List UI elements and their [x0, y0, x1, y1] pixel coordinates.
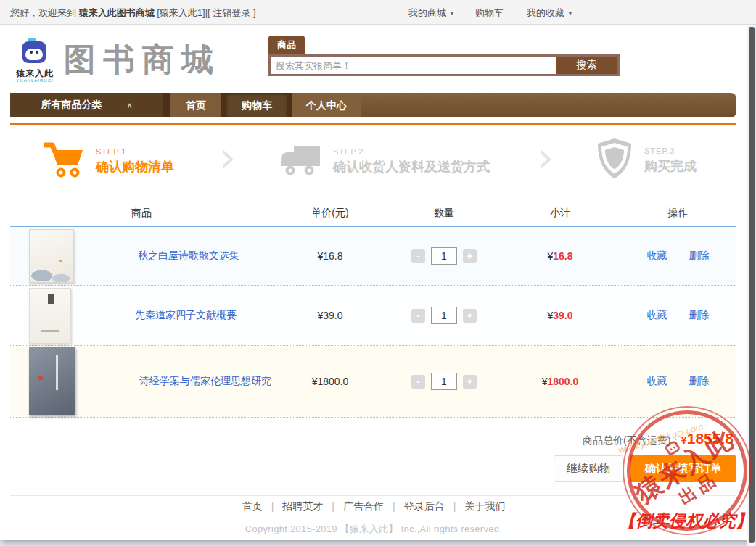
my-mall-label: 我的商城 — [408, 7, 446, 18]
welcome-text: 您好，欢迎来到 猿来入此图书商城 [猿来入此1]|[ 注销登录 ] — [10, 7, 256, 20]
user-badge: [猿来入此1]| — [155, 7, 208, 18]
qty-input[interactable] — [431, 373, 457, 390]
tab-home[interactable]: 首页 — [170, 93, 221, 117]
main-nav: 所有商品分类 ∧ 首页 购物车 个人中心 — [10, 93, 736, 117]
subtotal-cell: ¥1800.0 — [501, 376, 620, 387]
logo-eyes — [30, 51, 38, 54]
search-box: 搜索 — [268, 54, 620, 76]
footer-link-jobs[interactable]: 招聘英才 — [282, 500, 323, 512]
search-button[interactable]: 搜索 — [556, 57, 617, 74]
actions-cell: 收藏 删除 — [620, 309, 736, 322]
col-actions: 操作 — [620, 207, 736, 220]
favorites-menu[interactable]: 我的收藏▼ — [527, 7, 573, 20]
logout-link[interactable]: [ 注销登录 ] — [208, 7, 255, 18]
col-product: 商品 — [10, 207, 273, 220]
separator: | — [393, 500, 395, 512]
qty-input[interactable] — [431, 247, 457, 265]
unit-price: ¥1800.0 — [273, 376, 387, 387]
caret-up-icon: ∧ — [126, 101, 132, 110]
footer-link-ads[interactable]: 广告合作 — [343, 500, 384, 512]
search-category-tab[interactable]: 商品 — [268, 36, 305, 54]
tab-cart[interactable]: 购物车 — [226, 93, 287, 117]
subtotal-cell: ¥16.8 — [501, 250, 620, 262]
chevron-right-icon: › — [219, 133, 236, 182]
qty-input[interactable] — [431, 307, 457, 324]
caret-down-icon: ▼ — [567, 10, 573, 17]
step-1: STEP.1 确认购物清单 — [44, 141, 174, 181]
qty-minus-button[interactable]: - — [411, 249, 425, 263]
product-title-link[interactable]: 秋之白屋诗歌散文选集 — [138, 249, 239, 262]
truck-icon — [279, 143, 321, 179]
delete-link[interactable]: 删除 — [689, 375, 709, 386]
step-2-text: STEP.2 确认收货人资料及送货方式 — [333, 147, 490, 175]
footer-link-admin[interactable]: 登录后台 — [404, 500, 445, 512]
subtotal-value: 39.0 — [553, 310, 572, 321]
search-input[interactable] — [271, 57, 556, 74]
qty-plus-button[interactable]: + — [463, 249, 477, 263]
product-cell: 秋之白屋诗歌散文选集 — [10, 229, 273, 283]
topbar-menu: 我的商城▼ 购物车 我的收藏▼ — [408, 7, 573, 20]
quantity-stepper: - + — [387, 373, 501, 390]
footer-link-about[interactable]: 关于我们 — [464, 500, 505, 512]
greeting-text: 您好，欢迎来到 — [10, 7, 79, 18]
step-label: 购买完成 — [644, 157, 697, 175]
page-title: 图书商城 — [64, 38, 221, 81]
continue-shopping-button[interactable]: 继续购物 — [554, 455, 623, 482]
step-3-text: STEP.3 购买完成 — [644, 146, 697, 175]
actions-cell: 收藏 删除 — [620, 375, 736, 388]
cart-row: 诗经学案与儒家伦理思想研究 ¥1800.0 - + ¥1800.0 收藏 删除 — [10, 346, 736, 418]
product-title-link[interactable]: 先秦道家四子文献概要 — [135, 309, 237, 322]
qty-plus-button[interactable]: + — [463, 309, 477, 323]
book-cover-image[interactable] — [29, 229, 74, 283]
monkey-logo-icon[interactable] — [20, 38, 49, 67]
favorite-link[interactable]: 收藏 — [647, 249, 667, 261]
subtotal-value: 1800.0 — [547, 376, 578, 387]
col-quantity: 数量 — [387, 207, 501, 220]
site-name-text: 猿来入此图书商城 — [79, 7, 155, 18]
step-number: STEP.2 — [333, 147, 490, 156]
quantity-stepper: - + — [387, 307, 501, 324]
favorites-label: 我的收藏 — [527, 7, 564, 18]
separator: | — [332, 500, 334, 512]
book-cover-image[interactable] — [29, 347, 75, 415]
actions-cell: 收藏 删除 — [620, 249, 736, 262]
checkout-steps: STEP.1 确认购物清单 › STEP.2 确认收货人资料及送货方式 › — [10, 131, 736, 197]
quantity-stepper: - + — [387, 247, 501, 265]
separator: | — [271, 500, 274, 512]
step-1-text: STEP.1 确认购物清单 — [96, 147, 174, 175]
nav-tabs: 首页 购物车 个人中心 — [163, 93, 361, 117]
cart-row: 秋之白屋诗歌散文选集 ¥16.8 - + ¥16.8 收藏 删除 — [10, 227, 736, 286]
footer-link-home[interactable]: 首页 — [242, 500, 263, 512]
cart-table: 商品 单价(元) 数量 小计 操作 秋之白屋诗歌散文选集 ¥16.8 - + ¥… — [10, 200, 736, 418]
chevron-right-icon: › — [537, 133, 554, 182]
cart-menu[interactable]: 购物车 — [475, 7, 506, 20]
piracy-warning-text: 【倒卖侵权必究】 — [615, 510, 756, 532]
step-label: 确认收货人资料及送货方式 — [333, 158, 490, 175]
subtotal-cell: ¥39.0 — [501, 310, 620, 321]
caret-down-icon: ▼ — [449, 10, 455, 17]
favorite-link[interactable]: 收藏 — [647, 375, 667, 386]
favorite-link[interactable]: 收藏 — [647, 309, 667, 320]
qty-plus-button[interactable]: + — [463, 375, 477, 389]
delete-link[interactable]: 删除 — [689, 249, 709, 261]
my-mall-menu[interactable]: 我的商城▼ — [408, 7, 455, 20]
product-title-link[interactable]: 诗经学案与儒家伦理思想研究 — [139, 375, 271, 388]
cart-menu-label: 购物车 — [475, 7, 504, 18]
brand-name-en: YUANLAIRUCI — [13, 78, 57, 83]
product-cell: 先秦道家四子文献概要 — [10, 288, 273, 344]
unit-price: ¥39.0 — [273, 310, 387, 321]
col-subtotal: 小计 — [501, 207, 620, 220]
cart-icon — [44, 141, 84, 181]
shield-icon — [596, 138, 633, 182]
product-cell: 诗经学案与儒家伦理思想研究 — [10, 347, 273, 415]
cart-row: 先秦道家四子文献概要 ¥39.0 - + ¥39.0 收藏 删除 — [10, 286, 736, 346]
book-cover-image[interactable] — [29, 288, 71, 344]
qty-minus-button[interactable]: - — [411, 309, 425, 323]
delete-link[interactable]: 删除 — [689, 309, 709, 320]
step-2: STEP.2 确认收货人资料及送货方式 — [279, 143, 490, 179]
col-unit-price: 单价(元) — [273, 207, 387, 220]
qty-minus-button[interactable]: - — [411, 375, 425, 389]
all-categories-button[interactable]: 所有商品分类 ∧ — [10, 93, 163, 117]
step-3: STEP.3 购买完成 — [596, 138, 697, 182]
tab-personal-center[interactable]: 个人中心 — [292, 93, 361, 117]
